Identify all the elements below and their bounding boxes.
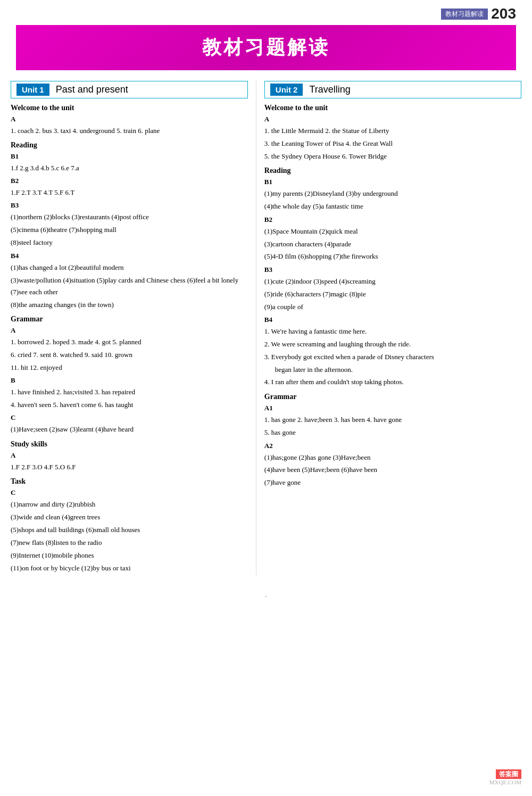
left-column: Unit 1 Past and present Welcome to the u… [11, 81, 256, 575]
unit1-GA-line1: 1. borrowed 2. hoped 3. made 4. got 5. p… [11, 336, 248, 348]
unit2-A1-heading: A1 [264, 404, 521, 412]
unit2-header: Unit 2 Travelling [264, 81, 521, 98]
unit1-GB-heading: B [11, 376, 248, 385]
unit1-GC-heading: C [11, 413, 248, 422]
unit2-title: Travelling [309, 84, 350, 95]
unit2-A2-line1: (1)has;gone (2)has gone (3)Have;been [264, 452, 521, 464]
unit2-A-line3: 5. the Sydney Opera House 6. Tower Bridg… [264, 151, 521, 163]
unit1-title: Past and present [56, 84, 128, 95]
unit2-B1-line1: (1)my parents (2)Disneyland (3)by underg… [264, 188, 521, 200]
unit2-B1-heading: B1 [264, 178, 521, 186]
unit1-grammar: Grammar [11, 315, 248, 324]
watermark-site: MXQE.COM [489, 779, 521, 785]
unit2-B3-line2: (5)ride (6)characters (7)magic (8)pie [264, 288, 521, 301]
page-header: 教材习题解读 203 [0, 0, 532, 25]
unit2-B3-heading: B3 [264, 266, 521, 274]
unit1-B2-heading: B2 [11, 177, 248, 185]
unit1-TC-line6: (11)on foot or by bicycle (12)by bus or … [11, 562, 248, 574]
unit2-A2-heading: A2 [264, 442, 521, 450]
unit1-TC-line1: (1)narrow and dirty (2)rubbish [11, 499, 248, 510]
content-wrapper: Unit 1 Past and present Welcome to the u… [0, 81, 532, 575]
unit1-TC-line2: (3)wide and clean (4)green trees [11, 511, 248, 523]
unit2-A-line1: 1. the Little Mermaid 2. the Statue of L… [264, 125, 521, 137]
unit1-task: Task [11, 477, 248, 486]
unit2-welcome: Welcome to the unit [264, 104, 521, 112]
watermark-logo: 答案圈 [496, 769, 521, 779]
unit1-B3-heading: B3 [11, 201, 248, 210]
unit2-B1-line2: (4)the whole day (5)a fantastic time [264, 201, 521, 213]
unit2-B3-line3: (9)a couple of [264, 301, 521, 313]
unit1-SS-A-content: 1.F 2.F 3.O 4.F 5.O 6.F [11, 461, 248, 473]
unit2-grammar: Grammar [264, 393, 521, 401]
unit1-badge: Unit 1 [16, 84, 49, 96]
page-indicator: · [0, 591, 532, 602]
unit2-B2-heading: B2 [264, 215, 521, 224]
unit1-welcome: Welcome to the unit [11, 104, 248, 112]
unit1-B3-line1: (1)northern (2)blocks (3)restaurants (4)… [11, 211, 248, 223]
unit1-TC-line5: (9)Internet (10)mobile phones [11, 550, 248, 561]
unit2-B4-line2: 2. We were screaming and laughing throug… [264, 338, 521, 351]
unit1-TC-line3: (5)shops and tall buildings (6)small old… [11, 524, 248, 536]
unit1-GC-line1: (1)Have;seen (2)saw (3)learnt (4)have he… [11, 424, 248, 435]
unit1-TC-heading: C [11, 488, 248, 497]
unit2-B4-line3b: began later in the afternoon. [264, 364, 521, 376]
unit2-B4-heading: B4 [264, 316, 521, 324]
unit1-reading: Reading [11, 141, 248, 150]
unit2-A-heading: A [264, 115, 521, 123]
unit2-A-line2: 3. the Leaning Tower of Pisa 4. the Grea… [264, 138, 521, 150]
unit1-TC-line4: (7)new flats (8)listen to the radio [11, 537, 248, 549]
unit2-A1-line1: 1. has gone 2. have;been 3. has been 4. … [264, 414, 521, 426]
unit1-GB-line1: 1. have finished 2. has;visited 3. has r… [11, 386, 248, 398]
unit2-B3-line1: (1)cute (2)indoor (3)speed (4)screaming [264, 276, 521, 288]
unit1-B4-line2: (3)waste/pollution (4)situation (5)play … [11, 275, 248, 298]
unit1-GA-line2: 6. cried 7. sent 8. watched 9. said 10. … [11, 349, 248, 361]
unit1-B1-content: 1.f 2.g 3.d 4.b 5.c 6.e 7.a [11, 162, 248, 174]
unit1-B3-line3: (8)steel factory [11, 237, 248, 248]
unit1-B2-content: 1.F 2.T 3.T 4.T 5.F 6.T [11, 187, 248, 198]
unit1-SS-A-heading: A [11, 451, 248, 460]
unit1-GB-line2: 4. haven't seen 5. haven't come 6. has t… [11, 399, 248, 411]
unit2-B2-line3: (5)4-D film (6)shopping (7)the fireworks [264, 251, 521, 263]
unit2-B4-line1: 1. We're having a fantastic time here. [264, 326, 521, 338]
unit2-badge: Unit 2 [270, 84, 303, 96]
unit1-studyskills: Study skills [11, 440, 248, 449]
unit2-reading: Reading [264, 167, 521, 175]
unit1-B3-line2: (5)cinema (6)theatre (7)shopping mall [11, 224, 248, 236]
page-number: 203 [491, 5, 516, 22]
unit2-B2-line2: (3)cartoon characters (4)parade [264, 238, 521, 251]
unit1-B4-heading: B4 [11, 252, 248, 260]
unit2-A1-line2: 5. has gone [264, 427, 521, 439]
page-badge: 教材习题解读 [441, 9, 488, 20]
unit1-header: Unit 1 Past and present [11, 81, 248, 98]
main-banner: 教材习题解读 [16, 25, 516, 70]
unit1-B1-heading: B1 [11, 152, 248, 161]
unit1-B4-line3: (8)the amazing changes (in the town) [11, 299, 248, 311]
unit1-A-content: 1. coach 2. bus 3. taxi 4. underground 5… [11, 125, 248, 137]
unit1-B4-line1: (1)has changed a lot (2)beautiful modern [11, 262, 248, 273]
unit2-A2-line2: (4)have been (5)Have;been (6)have been [264, 464, 521, 476]
right-column: Unit 2 Travelling Welcome to the unit A … [256, 81, 521, 575]
unit1-GA-heading: A [11, 326, 248, 335]
banner-title: 教材习题解读 [202, 37, 330, 58]
unit2-B4-line4: 4. I ran after them and couldn't stop ta… [264, 376, 521, 388]
unit1-GA-line3: 11. hit 12. enjoyed [11, 362, 248, 374]
unit2-B2-line1: (1)Space Mountain (2)quick meal [264, 226, 521, 238]
unit2-A2-line3: (7)have gone [264, 477, 521, 489]
watermark: 答案圈 MXQE.COM [489, 770, 521, 785]
unit2-B4-line3: 3. Everybody got excited when a parade o… [264, 351, 521, 363]
unit1-A-heading: A [11, 115, 248, 123]
